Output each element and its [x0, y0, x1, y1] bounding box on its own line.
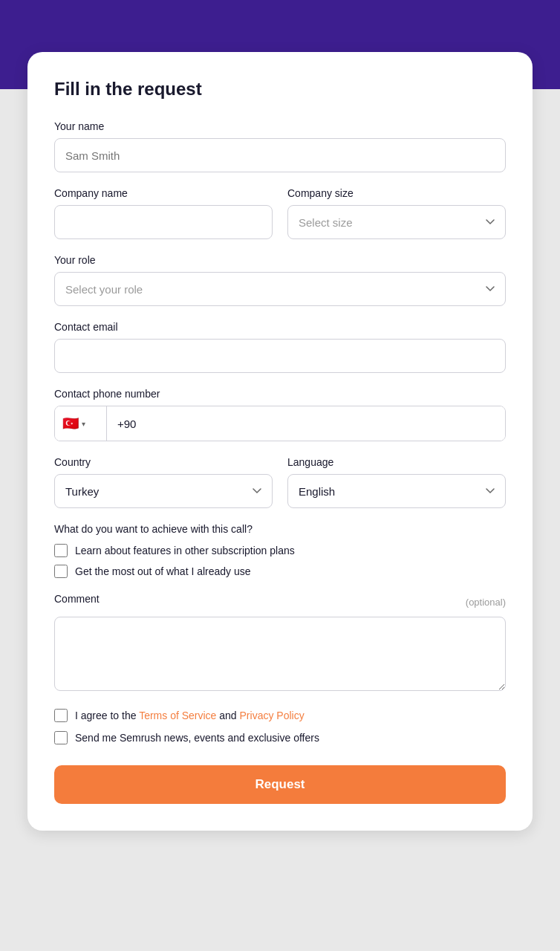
company-name-col: Company name	[54, 187, 273, 239]
goal-checkbox-1[interactable]	[54, 544, 68, 557]
newsletter-text: Send me Semrush news, events and exclusi…	[75, 732, 319, 744]
your-role-group: Your role Select your role Manager Devel…	[54, 254, 506, 306]
comment-label: Comment	[54, 593, 100, 605]
company-name-label: Company name	[54, 187, 273, 199]
optional-label: (optional)	[466, 597, 506, 608]
country-select[interactable]: Turkey USA UK Germany	[54, 474, 273, 508]
country-label: Country	[54, 456, 273, 468]
form-card: Fill in the request Your name Company na…	[27, 52, 533, 831]
language-select[interactable]: English Turkish German French	[287, 474, 506, 508]
contact-email-group: Contact email	[54, 321, 506, 373]
goals-group: What do you want to achieve with this ca…	[54, 523, 506, 578]
contact-email-label: Contact email	[54, 321, 506, 333]
goal-label-2: Get the most out of what I already use	[75, 565, 251, 577]
goal-option-2[interactable]: Get the most out of what I already use	[54, 565, 506, 578]
turkey-flag-icon: 🇹🇷	[62, 415, 79, 432]
terms-agreement[interactable]: I agree to the Terms of Service and Priv…	[54, 709, 506, 722]
request-button[interactable]: Request	[54, 765, 506, 804]
goals-checkbox-group: Learn about features in other subscripti…	[54, 544, 506, 578]
your-role-label: Your role	[54, 254, 506, 266]
company-size-col: Company size Select size 1-10 11-50 51-2…	[287, 187, 506, 239]
your-name-label: Your name	[54, 120, 506, 132]
comment-header: Comment (optional)	[54, 593, 506, 611]
terms-of-service-link[interactable]: Terms of Service	[139, 710, 216, 721]
newsletter-agreement[interactable]: Send me Semrush news, events and exclusi…	[54, 731, 506, 744]
privacy-policy-link[interactable]: Privacy Policy	[240, 710, 305, 721]
comment-group: Comment (optional)	[54, 593, 506, 694]
company-row: Company name Company size Select size 1-…	[54, 187, 506, 239]
contact-email-input[interactable]	[54, 339, 506, 373]
phone-country-selector[interactable]: 🇹🇷 ▾	[55, 406, 107, 441]
goal-option-1[interactable]: Learn about features in other subscripti…	[54, 544, 506, 557]
comment-textarea[interactable]	[54, 617, 506, 691]
phone-chevron-icon: ▾	[82, 420, 85, 428]
your-role-select[interactable]: Select your role Manager Developer Marke…	[54, 272, 506, 306]
goal-checkbox-2[interactable]	[54, 565, 68, 578]
goals-question: What do you want to achieve with this ca…	[54, 523, 506, 535]
phone-number-input[interactable]	[107, 406, 505, 441]
agreements-section: I agree to the Terms of Service and Priv…	[54, 709, 506, 744]
form-title: Fill in the request	[54, 79, 506, 100]
language-label: Language	[287, 456, 506, 468]
company-size-label: Company size	[287, 187, 506, 199]
terms-text: I agree to the Terms of Service and Priv…	[75, 710, 305, 721]
country-language-row: Country Turkey USA UK Germany Language E…	[54, 456, 506, 508]
your-name-group: Your name	[54, 120, 506, 172]
your-name-input[interactable]	[54, 138, 506, 172]
goal-label-1: Learn about features in other subscripti…	[75, 545, 295, 556]
contact-phone-group: Contact phone number 🇹🇷 ▾	[54, 388, 506, 441]
page-wrapper: Fill in the request Your name Company na…	[0, 0, 560, 951]
terms-checkbox[interactable]	[54, 709, 68, 722]
country-col: Country Turkey USA UK Germany	[54, 456, 273, 508]
language-col: Language English Turkish German French	[287, 456, 506, 508]
contact-phone-label: Contact phone number	[54, 388, 506, 400]
newsletter-checkbox[interactable]	[54, 731, 68, 744]
company-name-input[interactable]	[54, 205, 273, 239]
phone-row: 🇹🇷 ▾	[54, 406, 506, 441]
company-size-select[interactable]: Select size 1-10 11-50 51-200 201+	[287, 205, 506, 239]
